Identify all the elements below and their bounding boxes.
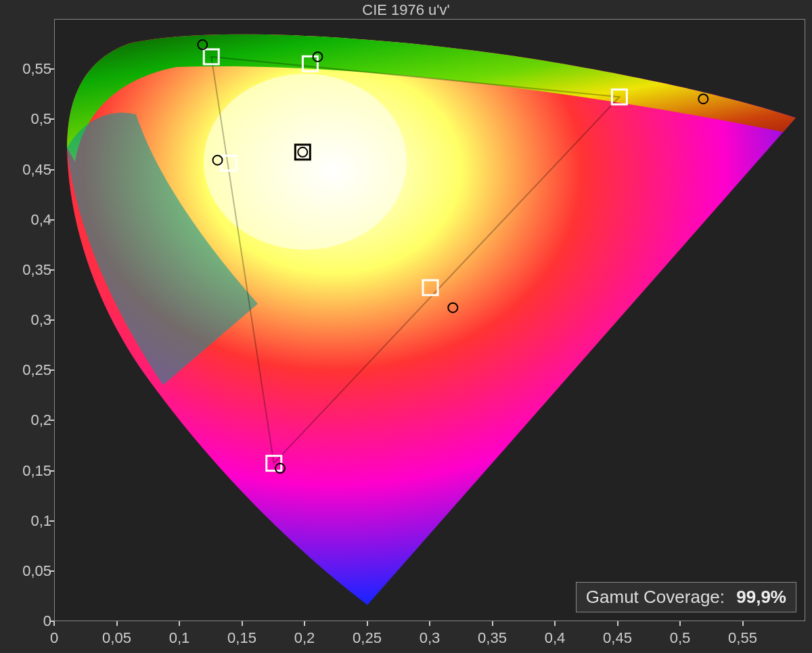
x-tick-label: 0,05	[102, 629, 131, 647]
y-tick-label: 0,4	[4, 211, 51, 229]
gamut-coverage-box: Gamut Coverage: 99,9%	[576, 582, 796, 612]
x-tick-mark	[554, 621, 556, 626]
x-tick-label: 0,2	[294, 629, 315, 647]
y-tick-label: 0,25	[4, 361, 51, 379]
y-tick-label: 0,5	[4, 110, 51, 128]
cie-chart: CIE 1976 u'v'	[0, 0, 812, 653]
x-tick-mark	[179, 621, 180, 626]
x-tick-label: 0,25	[353, 629, 382, 647]
y-tick-label: 0,2	[4, 411, 51, 429]
x-tick-label: 0,1	[169, 629, 190, 647]
x-tick-mark	[367, 621, 368, 626]
gamut-coverage-value: 99,9%	[736, 587, 786, 607]
y-tick-mark	[49, 369, 54, 371]
y-tick-mark	[49, 169, 54, 171]
y-tick-label: 0,35	[4, 261, 51, 279]
x-tick-label: 0,55	[728, 629, 757, 647]
x-tick-mark	[242, 621, 243, 626]
x-tick-label: 0	[50, 629, 58, 647]
y-tick-mark	[49, 520, 54, 522]
y-tick-label: 0,05	[4, 562, 51, 580]
y-tick-mark	[49, 470, 54, 472]
y-tick-label: 0,55	[4, 60, 51, 78]
y-tick-mark	[49, 570, 54, 572]
plot-area: Gamut Coverage: 99,9%	[54, 19, 805, 621]
gamut-coverage-label: Gamut Coverage:	[586, 587, 725, 607]
x-tick-mark	[492, 621, 493, 626]
y-tick-mark	[49, 68, 54, 70]
y-tick-mark	[49, 420, 54, 421]
y-tick-label: 0	[4, 612, 51, 630]
x-tick-mark	[304, 621, 305, 626]
x-tick-label: 0,15	[227, 629, 256, 647]
x-tick-mark	[53, 621, 55, 626]
x-tick-mark	[429, 621, 430, 626]
x-tick-mark	[679, 621, 681, 626]
y-tick-mark	[49, 118, 54, 120]
x-tick-label: 0,4	[545, 629, 566, 647]
x-tick-label: 0,35	[478, 629, 507, 647]
x-tick-mark	[742, 621, 744, 626]
x-tick-label: 0,5	[670, 629, 691, 647]
spectral-locus	[55, 20, 805, 621]
svg-point-1	[204, 74, 407, 250]
y-tick-label: 0,3	[4, 311, 51, 329]
y-tick-mark	[49, 219, 54, 221]
x-tick-mark	[116, 621, 118, 626]
y-tick-mark	[49, 269, 54, 271]
y-tick-label: 0,45	[4, 161, 51, 179]
chart-title: CIE 1976 u'v'	[0, 1, 812, 19]
y-tick-mark	[49, 319, 54, 321]
x-tick-mark	[617, 621, 618, 626]
x-tick-label: 0,3	[420, 629, 441, 647]
x-tick-label: 0,45	[603, 629, 632, 647]
y-tick-label: 0,15	[4, 462, 51, 480]
y-tick-label: 0,1	[4, 512, 51, 530]
